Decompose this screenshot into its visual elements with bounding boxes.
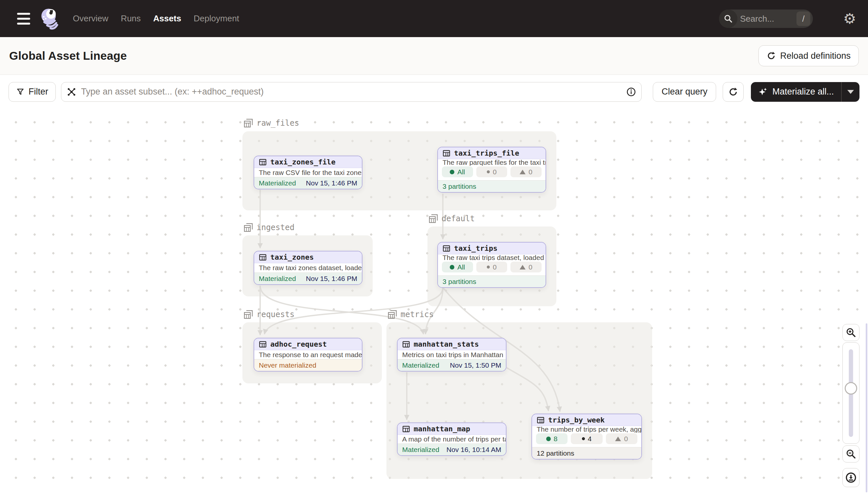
partitions-missing-badge[interactable]: 0 — [476, 262, 508, 272]
asset-group-icon — [243, 309, 253, 319]
partition-count: 3 partitions — [443, 183, 476, 190]
partitions-missing-badge[interactable]: 0 — [476, 167, 508, 177]
table-icon — [259, 253, 267, 261]
materialization-timestamp[interactable]: Nov 15, 1:46 PM — [306, 179, 357, 187]
asset-name: taxi_zones — [270, 253, 314, 261]
asset-name: manhattan_stats — [414, 340, 479, 348]
asset-status-bar: Never materialized — [254, 359, 362, 371]
partition-health-badges: 8 4 0 — [532, 433, 641, 447]
asset-node-adhoc-request[interactable]: adhoc_request The response to an request… — [253, 338, 362, 372]
partitions-missing-badge[interactable]: 4 — [571, 433, 602, 444]
triangle-icon — [520, 170, 526, 174]
nav-links: Overview Runs Assets Deployment — [73, 14, 239, 24]
ring-icon — [582, 437, 585, 440]
partition-count: 12 partitions — [537, 449, 574, 457]
asset-node-header: taxi_zones — [254, 252, 362, 263]
settings-gear-icon[interactable]: ⚙ — [844, 12, 856, 26]
asset-status-bar: Materialized Nov 16, 10:14 AM — [397, 443, 506, 455]
asset-name: taxi_trips — [454, 244, 497, 252]
asset-node-taxi-trips[interactable]: taxi_trips The raw taxi trips dataset, l… — [437, 242, 546, 288]
right-scrollbar[interactable] — [866, 323, 867, 492]
refresh-button[interactable] — [723, 82, 744, 102]
triangle-icon — [615, 437, 621, 441]
asset-status-bar: Materialized Nov 15, 1:46 PM — [254, 272, 362, 284]
asset-status-bar: Materialized Nov 15, 1:46 PM — [254, 177, 362, 189]
status-badge: Materialized — [402, 361, 439, 369]
table-icon — [443, 244, 450, 252]
partitions-failed-badge[interactable]: 0 — [606, 433, 637, 444]
zoom-in-button[interactable] — [843, 324, 860, 341]
asset-node-header: manhattan_stats — [397, 338, 506, 350]
zoom-slider-thumb[interactable] — [845, 382, 857, 395]
partitions-success-badge[interactable]: 8 — [536, 433, 568, 444]
asset-subset-input[interactable] — [81, 87, 622, 97]
filled-dot-icon — [546, 437, 551, 441]
asset-node-taxi-zones-file[interactable]: taxi_zones_file The raw CSV file for the… — [253, 156, 362, 189]
filled-dot-icon — [450, 170, 454, 174]
menu-icon[interactable] — [17, 13, 30, 24]
nav-link-assets[interactable]: Assets — [153, 14, 181, 24]
group-label-raw-files[interactable]: raw_files — [243, 118, 299, 128]
asset-description: The number of trips per week, aggreg... — [532, 426, 641, 433]
asset-node-header: trips_by_week — [532, 414, 641, 426]
asset-name: adhoc_request — [270, 340, 327, 348]
download-image-button[interactable] — [843, 468, 860, 487]
asset-query-field — [61, 82, 642, 102]
materialize-options-dropdown[interactable] — [842, 82, 860, 102]
asset-node-manhattan-map[interactable]: manhattan_map A map of the number of tri… — [397, 423, 507, 456]
asset-node-taxi-zones[interactable]: taxi_zones The raw taxi zones dataset, l… — [253, 251, 362, 285]
materialization-timestamp[interactable]: Nov 15, 1:46 PM — [306, 275, 357, 283]
nav-link-runs[interactable]: Runs — [121, 14, 141, 24]
asset-group-icon — [428, 214, 438, 224]
asset-node-header: adhoc_request — [254, 338, 362, 350]
refresh-icon — [728, 87, 738, 97]
asset-status-bar: 12 partitions — [532, 447, 641, 459]
info-icon[interactable] — [626, 87, 636, 97]
filter-button[interactable]: Filter — [8, 82, 56, 102]
group-label-ingested[interactable]: ingested — [243, 223, 295, 233]
nav-link-overview[interactable]: Overview — [73, 14, 108, 24]
asset-description: The raw taxi zones dataset, loaded int..… — [254, 263, 362, 272]
partition-count: 3 partitions — [443, 278, 476, 286]
status-badge: Materialized — [402, 446, 439, 454]
reload-definitions-button[interactable]: Reload definitions — [758, 45, 859, 66]
partitions-failed-badge[interactable]: 0 — [510, 167, 542, 177]
lineage-canvas[interactable]: raw_files ingested default requests metr… — [0, 108, 868, 495]
asset-node-manhattan-stats[interactable]: manhattan_stats Metrics on taxi trips in… — [397, 338, 507, 372]
lineage-toolbar: Filter Clear query Materialize all... — [0, 75, 868, 108]
materialize-all-button[interactable]: Materialize all... — [751, 82, 841, 102]
zoom-in-icon — [845, 327, 856, 338]
asset-node-taxi-trips-file[interactable]: taxi_trips_file The raw parquet files fo… — [437, 147, 546, 193]
table-icon — [537, 416, 545, 424]
asset-description: Metrics on taxi trips in Manhattan — [397, 350, 506, 359]
zoom-slider[interactable] — [843, 342, 860, 444]
asset-graph-icon — [67, 87, 76, 97]
asset-node-trips-by-week[interactable]: trips_by_week The number of trips per we… — [531, 414, 642, 460]
search-input[interactable]: Search... / — [719, 10, 813, 28]
group-label-metrics[interactable]: metrics — [387, 309, 434, 319]
asset-node-header: taxi_trips_file — [438, 148, 546, 159]
partitions-success-badge[interactable]: All — [442, 262, 473, 272]
group-label-default[interactable]: default — [428, 214, 475, 224]
page-title: Global Asset Lineage — [9, 49, 127, 62]
group-label-requests[interactable]: requests — [243, 309, 295, 319]
triangle-icon — [520, 265, 526, 270]
zoom-out-button[interactable] — [843, 445, 860, 462]
materialization-timestamp[interactable]: Nov 16, 10:14 AM — [446, 446, 501, 454]
nav-link-deployment[interactable]: Deployment — [194, 14, 239, 24]
asset-group-icon — [243, 118, 253, 128]
table-icon — [402, 340, 410, 348]
asset-node-header: taxi_trips — [438, 243, 546, 254]
asset-status-bar: Materialized Nov 15, 1:50 PM — [397, 359, 506, 371]
clear-query-button[interactable]: Clear query — [653, 82, 716, 102]
status-badge: Never materialized — [259, 361, 316, 369]
asset-node-header: manhattan_map — [397, 423, 506, 435]
asset-name: taxi_zones_file — [270, 158, 336, 166]
asset-name: taxi_trips_file — [454, 149, 519, 157]
asset-description: A map of the number of trips per taxi z.… — [397, 435, 506, 443]
partitions-success-badge[interactable]: All — [442, 167, 473, 177]
dagster-logo[interactable] — [38, 6, 61, 31]
materialization-timestamp[interactable]: Nov 15, 1:50 PM — [450, 361, 501, 369]
partitions-failed-badge[interactable]: 0 — [510, 262, 542, 272]
status-badge: Materialized — [259, 179, 296, 187]
